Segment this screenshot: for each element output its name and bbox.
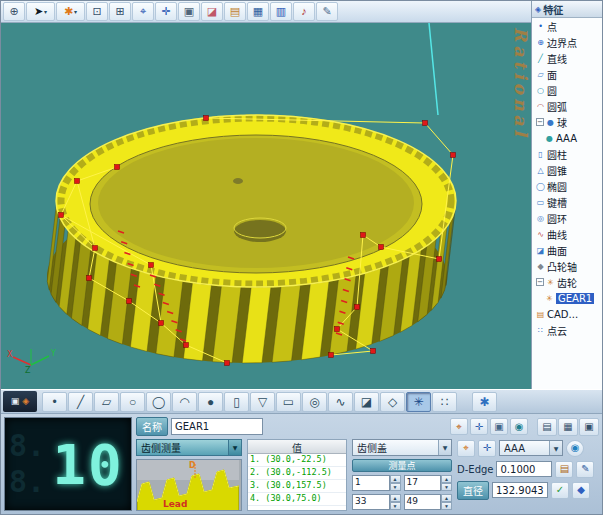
spinner-up-button[interactable]: ▲ <box>390 494 401 502</box>
tree-item-pointcloud[interactable]: − ∷ 点云 <box>532 322 602 338</box>
diameter-input[interactable] <box>492 482 548 498</box>
tree-item-line[interactable]: − ╱ 直线 <box>532 50 602 66</box>
render-mode-icon-screen[interactable]: ▣ <box>11 397 20 406</box>
measure-button-measure-arc[interactable]: ◠ <box>172 392 197 412</box>
tree-item-slot[interactable]: − ▭ 键槽 <box>532 194 602 210</box>
tree-item-gear[interactable]: − ✳ 齿轮 <box>532 274 602 290</box>
measure-button-measure-sphere[interactable]: ● <box>198 392 223 412</box>
expand-toggle-icon[interactable]: − <box>536 118 544 126</box>
toolbar-button-view-rotate[interactable]: ✱ ▾ <box>56 2 85 21</box>
tree-item-cad[interactable]: − ▤ CAD... <box>532 306 602 322</box>
measure-button-measure-line[interactable]: ╱ <box>68 392 93 412</box>
spinner-up-button[interactable]: ▲ <box>441 494 452 502</box>
measure-button-measure-surface[interactable]: ◪ <box>354 392 379 412</box>
spinner-down-button[interactable]: ▼ <box>390 483 401 491</box>
tree-item-gear1[interactable]: − ✳ GEAR1 <box>532 290 602 306</box>
probe-dropdown[interactable]: AAA ▼ <box>499 440 563 456</box>
tree-item-arc[interactable]: − ◠ 圆弧 <box>532 98 602 114</box>
tree-item-cylinder[interactable]: − ▯ 圆柱 <box>532 146 602 162</box>
flank-dropdown-value: 齿侧盖 <box>357 440 438 455</box>
measure-button-measure-circle[interactable]: ○ <box>120 392 145 412</box>
tree-item-point[interactable]: − • 点 <box>532 18 602 34</box>
value-row[interactable]: 4. (30.0,75.0) <box>248 493 346 506</box>
tree-item-camshaft[interactable]: − ◆ 凸轮轴 <box>532 258 602 274</box>
spinner-down-button[interactable]: ▼ <box>441 502 452 510</box>
measure-button-measure-cone[interactable]: ▽ <box>250 392 275 412</box>
toolbar-button-zoom-window[interactable]: ⊡ ▾ <box>86 2 108 21</box>
tree-item-torus[interactable]: − ◎ 圆环 <box>532 210 602 226</box>
spinner-value[interactable]: 1 <box>352 475 390 491</box>
flank-dropdown[interactable]: 齿侧盖 ▼ <box>352 439 452 456</box>
toolbar-button-tools[interactable]: ✎ ▾ <box>316 2 338 21</box>
measure-button-measure-cylinder[interactable]: ▯ <box>224 392 249 412</box>
spinner-down-button[interactable]: ▼ <box>441 483 452 491</box>
diameter-accept-button[interactable]: ✓ <box>551 482 569 499</box>
dedge-edit-button[interactable]: ✎ <box>576 461 594 478</box>
dropdown-arrow-icon[interactable]: ▼ <box>438 440 451 455</box>
value-row[interactable]: 3. (30.0,157.5) <box>248 480 346 493</box>
tree-item-aaa[interactable]: − ● AAA <box>532 130 602 146</box>
measure-button-measure-point[interactable]: • <box>42 392 67 412</box>
toolbar-button-palette[interactable]: ▤ ▾ <box>224 2 246 21</box>
viewport-3d[interactable]: XYZ Rational <box>1 23 531 389</box>
expand-toggle-icon[interactable]: − <box>536 278 544 286</box>
spinner-value[interactable]: 49 <box>404 494 442 510</box>
panel-icon-button-capture[interactable]: ◉ <box>510 418 528 435</box>
spinner-down-button[interactable]: ▼ <box>390 502 401 510</box>
diameter-export-button[interactable]: ◆ <box>572 482 590 499</box>
spinner-up-button[interactable]: ▲ <box>441 475 452 483</box>
measure-button-measure-curve[interactable]: ∿ <box>328 392 353 412</box>
refresh-probe-button[interactable]: ◉ <box>566 440 584 457</box>
panel-icon-button-panel-view[interactable]: ▣ <box>579 418 599 436</box>
feature-type-icon: ◎ <box>536 214 545 223</box>
measure-button-measure-slot[interactable]: ▭ <box>276 392 301 412</box>
value-row[interactable]: 1. (30.0,-22.5) <box>248 454 346 467</box>
value-row[interactable]: 2. (30.0,-112.5) <box>248 467 346 480</box>
tree-item-cone[interactable]: − △ 圆锥 <box>532 162 602 178</box>
measure-button-measure-gear[interactable]: ✳ <box>406 392 431 412</box>
render-mode-icon-film[interactable]: ◈ <box>22 397 29 406</box>
tree-item-surface[interactable]: − ◪ 曲面 <box>532 242 602 258</box>
feature-type-icon: ╱ <box>536 54 545 63</box>
tree-item-boundary-point[interactable]: − ⊕ 边界点 <box>532 34 602 50</box>
tree-item-plane[interactable]: − ▱ 面 <box>532 66 602 82</box>
measure-button-measure-torus[interactable]: ◎ <box>302 392 327 412</box>
spinner-value[interactable]: 33 <box>352 494 390 510</box>
main-row: ⊕ ▾ ➤ ▾ ✱ ▾ ⊡ ▾ ⊞ ▾ ⌖ ▾ ✛ ▾ ▣ ▾ ◪ ▾ ▤ ▾ … <box>1 1 602 389</box>
spinner-value[interactable]: 17 <box>404 475 442 491</box>
measure-button-measure-ellipse[interactable]: ◯ <box>146 392 171 412</box>
tree-item-circle[interactable]: − ○ 圆 <box>532 82 602 98</box>
measure-button-measure-camshaft[interactable]: ◇ <box>380 392 405 412</box>
dropdown-arrow-icon[interactable]: ▼ <box>228 440 241 455</box>
measure-method-dropdown[interactable]: 齿侧测量 ▼ <box>136 439 242 456</box>
measure-button-measure-plane[interactable]: ▱ <box>94 392 119 412</box>
probe-angle-button[interactable]: ✛ <box>478 440 496 457</box>
dedge-input[interactable] <box>496 461 552 477</box>
dedge-calc-button[interactable]: ▤ <box>555 461 573 478</box>
toolbar-button-pan-tool[interactable]: ⊕ ▾ <box>3 2 25 21</box>
tree-item-curve[interactable]: − ∿ 曲线 <box>532 226 602 242</box>
toolbar-button-probe-position[interactable]: ⌖ ▾ <box>132 2 154 21</box>
panel-icon-button-coordinate[interactable]: ✛ <box>470 418 488 435</box>
panel-icon-button-camera[interactable]: ▣ <box>490 418 508 435</box>
dropdown-arrow-icon[interactable]: ▼ <box>549 441 562 455</box>
name-input[interactable] <box>171 418 263 435</box>
tree-item-sphere[interactable]: − ● 球 <box>532 114 602 130</box>
measure-button-settings[interactable]: ✱ <box>472 392 497 412</box>
spinner-up-button[interactable]: ▲ <box>390 475 401 483</box>
toolbar-button-move-axes[interactable]: ✛ ▾ <box>155 2 177 21</box>
measure-button-measure-pointcloud[interactable]: ∷ <box>432 392 457 412</box>
toolbar-button-zoom-fit[interactable]: ⊞ ▾ <box>109 2 131 21</box>
toolbar-button-snapshot[interactable]: ▣ ▾ <box>178 2 200 21</box>
toolbar-button-sound[interactable]: ♪ ▾ <box>293 2 315 21</box>
panel-icon-button-grid-view[interactable]: ▦ <box>558 418 578 436</box>
toolbar-button-select-cursor[interactable]: ➤ ▾ <box>26 2 55 21</box>
tree-item-ellipse[interactable]: − ◯ 椭圆 <box>532 178 602 194</box>
panel-icon-button-probe-view[interactable]: ⌖ <box>450 418 468 435</box>
probe-icon-button[interactable]: ⌖ <box>457 440 475 457</box>
toolbar-button-eraser[interactable]: ◪ ▾ <box>201 2 223 21</box>
toolbar-button-calculator[interactable]: ▥ ▾ <box>270 2 292 21</box>
toolbar-button-grid-view[interactable]: ▦ ▾ <box>247 2 269 21</box>
panel-icon-button-list-view[interactable]: ▤ <box>537 418 557 436</box>
gear-3d-scene[interactable]: XYZ <box>1 23 531 389</box>
